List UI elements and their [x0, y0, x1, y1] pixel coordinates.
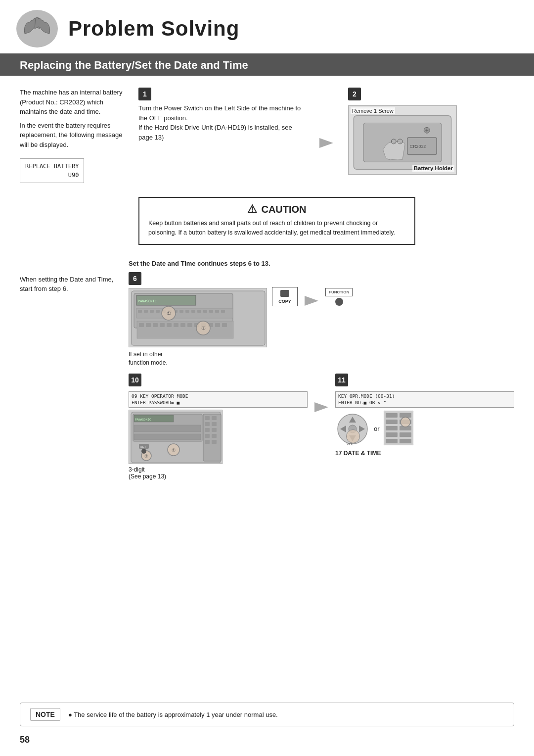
- svg-rect-66: [212, 428, 217, 432]
- svg-rect-19: [144, 310, 148, 313]
- svg-point-77: [141, 449, 146, 454]
- note-section: NOTE ● The service life of the battery i…: [20, 703, 514, 726]
- svg-rect-96: [400, 439, 411, 443]
- middle-left-text: When setting the Date and Time, start fr…: [20, 260, 129, 480]
- intro-para1: The machine has an internal battery (Pro…: [20, 88, 129, 117]
- step11-sub: 17 DATE & TIME: [335, 450, 514, 457]
- svg-rect-32: [221, 310, 225, 313]
- replace-line2: U90: [25, 171, 79, 180]
- svg-rect-26: [185, 310, 189, 313]
- svg-marker-1: [319, 138, 333, 148]
- step11-hand-circle: [346, 429, 360, 443]
- svg-rect-20: [150, 310, 154, 313]
- svg-rect-59: [134, 434, 201, 440]
- note-bullet: ●: [68, 711, 72, 718]
- svg-rect-93: [386, 432, 398, 437]
- svg-rect-35: [146, 323, 151, 327]
- step1-num: 1: [138, 88, 151, 100]
- step10-disp-line2: ENTER PASSWORD= ■: [132, 400, 305, 406]
- step1-text: Turn the Power Switch on the Left Side o…: [138, 103, 305, 142]
- middle-row: When setting the Date and Time, start fr…: [20, 260, 514, 480]
- step2-battery-label: Battery Holder: [412, 165, 454, 172]
- step11-or-label: or: [374, 425, 380, 432]
- step2-image: CR2032 Remove 1 Screw Battery Holder: [348, 105, 457, 175]
- copy-button-area: COPY: [272, 287, 298, 306]
- svg-rect-89: [386, 420, 398, 424]
- step2-num: 2: [348, 88, 361, 100]
- copy-label: COPY: [276, 299, 293, 304]
- step10-block: 10 09 KEY OPERATOR MODE ENTER PASSWORD= …: [129, 374, 308, 480]
- svg-text:PANASONIC: PANASONIC: [138, 299, 157, 303]
- caution-text: Keep button batteries and small parts ou…: [148, 219, 405, 238]
- replace-line1: REPLACE BATTERY: [25, 162, 79, 171]
- svg-rect-29: [203, 310, 207, 313]
- replace-battery-box: REPLACE BATTERY U90: [20, 158, 84, 183]
- svg-rect-91: [386, 426, 398, 430]
- svg-rect-40: [180, 323, 185, 327]
- caution-title: ⚠ CAUTION: [148, 203, 405, 216]
- svg-text:PANASONIC: PANASONIC: [135, 418, 151, 421]
- svg-text:SET: SET: [140, 445, 146, 448]
- step10-11-row: 10 09 KEY OPERATOR MODE ENTER PASSWORD= …: [129, 374, 514, 480]
- note-content: The service life of the battery is appro…: [74, 711, 278, 718]
- intro-col: The machine has an internal battery (Pro…: [20, 88, 129, 183]
- step10-display: 09 KEY OPERATOR MODE ENTER PASSWORD= ■: [129, 391, 308, 408]
- svg-text:②: ②: [201, 326, 206, 331]
- svg-rect-30: [209, 310, 213, 313]
- step6-image: PANASONIC: [129, 288, 267, 347]
- step6-num: 6: [129, 272, 141, 285]
- date-time-note: When setting the Date and Time, start fr…: [20, 275, 129, 294]
- step11-disp-line2: ENTER NO.■ OR v ^: [338, 400, 511, 406]
- svg-rect-46: [222, 323, 227, 327]
- arrow-1-2: [314, 102, 338, 183]
- svg-rect-95: [386, 439, 398, 443]
- page-header: Problem Solving: [0, 0, 534, 55]
- step6-row: 6 PANASONIC: [129, 272, 514, 367]
- svg-rect-39: [174, 323, 178, 327]
- step11-disp-line1: KEY OPR.MODE (00-31): [338, 393, 511, 399]
- svg-rect-51: [280, 290, 289, 297]
- function-button-area: FUNCTION: [325, 288, 353, 296]
- svg-rect-45: [215, 323, 220, 327]
- page-number: 58: [20, 735, 30, 745]
- svg-rect-37: [160, 323, 165, 327]
- step10-machine-image: PANASONIC: [129, 410, 222, 464]
- step10-disp-line1: 09 KEY OPERATOR MODE: [132, 393, 305, 399]
- page-title: Problem Solving: [68, 17, 239, 41]
- svg-rect-41: [187, 323, 192, 327]
- section-banner: Replacing the Battery/Set the Date and T…: [0, 55, 534, 76]
- svg-marker-78: [314, 402, 328, 412]
- svg-rect-21: [156, 310, 160, 313]
- svg-rect-31: [215, 310, 219, 313]
- svg-rect-67: [205, 434, 210, 438]
- svg-rect-36: [153, 323, 158, 327]
- svg-rect-18: [138, 310, 142, 313]
- step11-num: 11: [335, 374, 348, 386]
- note-text: ● The service life of the battery is app…: [68, 711, 278, 718]
- svg-marker-52: [305, 296, 318, 306]
- step2-block: 2 CR2032: [348, 88, 514, 183]
- svg-rect-94: [400, 432, 411, 437]
- caution-box: ⚠ CAUTION Keep button batteries and smal…: [138, 197, 415, 245]
- svg-rect-38: [167, 323, 172, 327]
- set-date-label: Set the Date and Time continues steps 6 …: [129, 260, 514, 267]
- svg-rect-58: [134, 425, 201, 432]
- step10-sub: 3-digit (See page 13): [129, 466, 308, 480]
- svg-rect-68: [212, 434, 217, 438]
- svg-text:CR2032: CR2032: [410, 144, 426, 149]
- step10-num: 10: [129, 374, 141, 386]
- arrow-10-11: [312, 398, 330, 418]
- step6-sub: If set in other function mode.: [129, 350, 168, 367]
- step1-block: 1 Turn the Power Switch on the Left Side…: [138, 88, 305, 183]
- function-label: FUNCTION: [329, 290, 349, 294]
- intro-para2: In the event the battery requires replac…: [20, 121, 129, 150]
- caution-triangle-icon: ⚠: [247, 203, 257, 216]
- svg-text:①: ①: [172, 448, 176, 453]
- svg-rect-65: [205, 428, 210, 432]
- svg-rect-62: [212, 416, 217, 420]
- svg-rect-25: [179, 310, 183, 313]
- middle-right: Set the Date and Time continues steps 6 …: [129, 260, 514, 480]
- header-icon: [15, 9, 59, 48]
- arrow-6-icon: [303, 292, 320, 313]
- svg-rect-63: [205, 422, 210, 426]
